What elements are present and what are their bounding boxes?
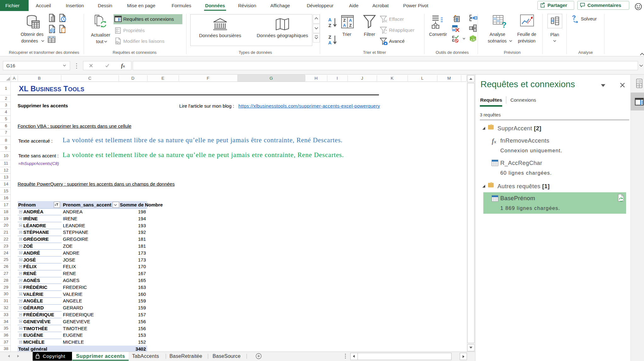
svg-text:Z: Z bbox=[329, 23, 331, 28]
svg-text:A: A bbox=[328, 17, 332, 22]
svg-text:A: A bbox=[349, 18, 352, 23]
svg-text:?: ? bbox=[502, 20, 507, 29]
svg-text:A: A bbox=[328, 40, 332, 45]
svg-text:?: ? bbox=[572, 15, 576, 21]
svg-text:A: A bbox=[343, 23, 346, 28]
svg-text:Z: Z bbox=[343, 18, 346, 23]
svg-text:Z: Z bbox=[349, 23, 352, 28]
